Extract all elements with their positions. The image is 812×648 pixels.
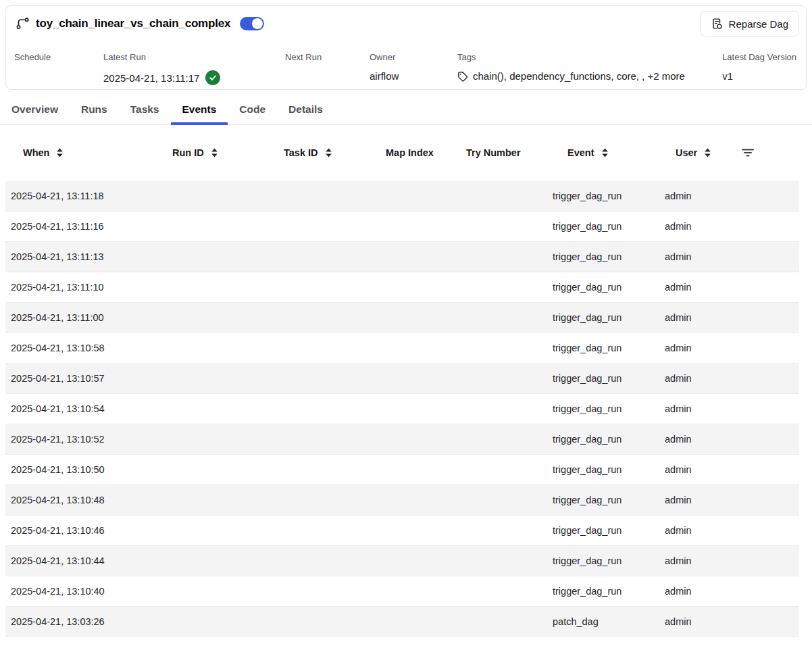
cell-event: trigger_dag_run	[553, 373, 665, 384]
cell-when: 2025-04-21, 13:11:16	[5, 221, 172, 232]
column-header-map_index: Map Index	[386, 147, 466, 158]
table-row: 2025-04-21, 13:10:46trigger_dag_runadmin	[5, 516, 799, 546]
cell-event: trigger_dag_run	[553, 555, 665, 566]
schedule-field: Schedule	[14, 52, 103, 70]
reparse-icon	[711, 18, 723, 30]
cell-user: admin	[665, 464, 738, 475]
cell-event: trigger_dag_run	[553, 343, 665, 353]
column-header-run_id[interactable]: Run ID	[172, 147, 284, 158]
column-label: Run ID	[172, 147, 204, 158]
table-row: 2025-04-21, 13:11:00trigger_dag_runadmin	[5, 303, 799, 333]
cell-when: 2025-04-21, 13:10:48	[5, 495, 172, 505]
owner-field: Owner airflow	[370, 52, 457, 82]
cell-user: admin	[665, 221, 738, 232]
table-row: 2025-04-21, 13:11:18trigger_dag_runadmin	[5, 181, 799, 211]
column-label: Task ID	[284, 147, 318, 158]
reparse-dag-button[interactable]: Reparse Dag	[700, 11, 799, 36]
column-header-event[interactable]: Event	[553, 147, 665, 158]
dag-icon	[14, 16, 29, 31]
cell-user: admin	[665, 312, 738, 323]
tab-overview[interactable]: Overview	[0, 97, 70, 125]
cell-user: admin	[665, 586, 738, 597]
tabs: OverviewRunsTasksEventsCodeDetails	[0, 97, 812, 125]
success-check-icon[interactable]	[205, 70, 220, 85]
table-row: 2025-04-21, 13:11:16trigger_dag_runadmin	[5, 211, 799, 242]
tab-events[interactable]: Events	[171, 97, 228, 125]
events-table: WhenRun IDTask IDMap IndexTry NumberEven…	[5, 123, 799, 637]
cell-event: trigger_dag_run	[553, 221, 665, 232]
column-label: User	[676, 147, 697, 158]
table-row: 2025-04-21, 13:11:10trigger_dag_runadmin	[5, 272, 799, 303]
column-header-when[interactable]: When	[5, 147, 172, 158]
cell-when: 2025-04-21, 13:10:54	[5, 403, 172, 414]
cell-event: trigger_dag_run	[553, 525, 665, 536]
cell-event: patch_dag	[553, 616, 665, 627]
table-row: 2025-04-21, 13:10:40trigger_dag_runadmin	[5, 576, 799, 607]
dag-version-label: Latest Dag Version	[722, 52, 796, 62]
cell-user: admin	[665, 403, 738, 414]
dag-title: toy_chain_linear_vs_chain_complex	[36, 17, 230, 30]
filter-button[interactable]	[738, 148, 799, 157]
dag-header-card: toy_chain_linear_vs_chain_complex Repars…	[5, 5, 807, 90]
table-header: WhenRun IDTask IDMap IndexTry NumberEven…	[5, 142, 799, 164]
cell-user: admin	[665, 555, 738, 566]
next-run-field: Next Run	[285, 52, 370, 70]
cell-when: 2025-04-21, 13:10:58	[5, 343, 172, 353]
tab-tasks[interactable]: Tasks	[119, 97, 171, 125]
pause-toggle[interactable]	[240, 17, 264, 30]
dag-version-field: Latest Dag Version v1	[722, 52, 799, 82]
cell-event: trigger_dag_run	[553, 434, 665, 445]
column-label: When	[23, 147, 49, 158]
sort-icon[interactable]	[56, 148, 64, 157]
tags-value[interactable]: chain(), dependency_functions, core, , +…	[473, 70, 685, 82]
owner-value: airflow	[370, 70, 457, 82]
toggle-knob	[252, 18, 263, 29]
cell-user: admin	[665, 191, 738, 201]
dag-version-value: v1	[722, 70, 796, 82]
cell-when: 2025-04-21, 13:10:52	[5, 434, 172, 445]
tags-label: Tags	[457, 52, 722, 62]
table-row: 2025-04-21, 13:10:50trigger_dag_runadmin	[5, 455, 799, 485]
column-label: Try Number	[466, 147, 521, 158]
table-row: 2025-04-21, 13:10:57trigger_dag_runadmin	[5, 364, 799, 394]
column-label: Event	[567, 147, 594, 158]
cell-when: 2025-04-21, 13:10:57	[5, 373, 172, 384]
sort-icon[interactable]	[211, 148, 218, 157]
cell-when: 2025-04-21, 13:11:13	[5, 251, 172, 262]
cell-event: trigger_dag_run	[553, 282, 665, 293]
sort-icon[interactable]	[325, 148, 332, 157]
sort-icon[interactable]	[601, 148, 609, 157]
cell-event: trigger_dag_run	[553, 403, 665, 414]
column-header-user[interactable]: User	[665, 147, 738, 158]
tags-field: Tags chain(), dependency_functions, core…	[457, 52, 722, 82]
table-row: 2025-04-21, 13:11:13trigger_dag_runadmin	[5, 242, 799, 272]
cell-event: trigger_dag_run	[553, 191, 665, 201]
latest-run-value: 2025-04-21, 13:11:17	[103, 72, 199, 84]
table-body: 2025-04-21, 13:11:18trigger_dag_runadmin…	[5, 181, 799, 637]
cell-when: 2025-04-21, 13:11:10	[5, 282, 172, 293]
cell-event: trigger_dag_run	[553, 586, 665, 597]
reparse-label: Reparse Dag	[729, 18, 788, 30]
cell-event: trigger_dag_run	[553, 312, 665, 323]
cell-user: admin	[665, 282, 738, 293]
tab-runs[interactable]: Runs	[70, 97, 119, 125]
tag-icon	[457, 71, 468, 82]
cell-user: admin	[665, 251, 738, 262]
tab-details[interactable]: Details	[277, 97, 334, 125]
latest-run-label: Latest Run	[103, 52, 285, 62]
sort-icon[interactable]	[704, 148, 711, 157]
owner-label: Owner	[370, 52, 457, 62]
column-header-try_number: Try Number	[466, 147, 553, 158]
latest-run-field: Latest Run 2025-04-21, 13:11:17	[103, 52, 285, 85]
table-row: 2025-04-21, 13:10:58trigger_dag_runadmin	[5, 333, 799, 364]
tab-code[interactable]: Code	[228, 97, 277, 125]
column-label: Map Index	[386, 147, 434, 158]
cell-when: 2025-04-21, 13:11:18	[5, 191, 172, 201]
table-row: 2025-04-21, 13:10:52trigger_dag_runadmin	[5, 424, 799, 455]
cell-user: admin	[665, 616, 738, 627]
cell-event: trigger_dag_run	[553, 464, 665, 475]
cell-when: 2025-04-21, 13:10:46	[5, 525, 172, 536]
cell-when: 2025-04-21, 13:10:50	[5, 464, 172, 475]
column-header-task_id[interactable]: Task ID	[284, 147, 386, 158]
table-row: 2025-04-21, 13:10:48trigger_dag_runadmin	[5, 485, 799, 516]
